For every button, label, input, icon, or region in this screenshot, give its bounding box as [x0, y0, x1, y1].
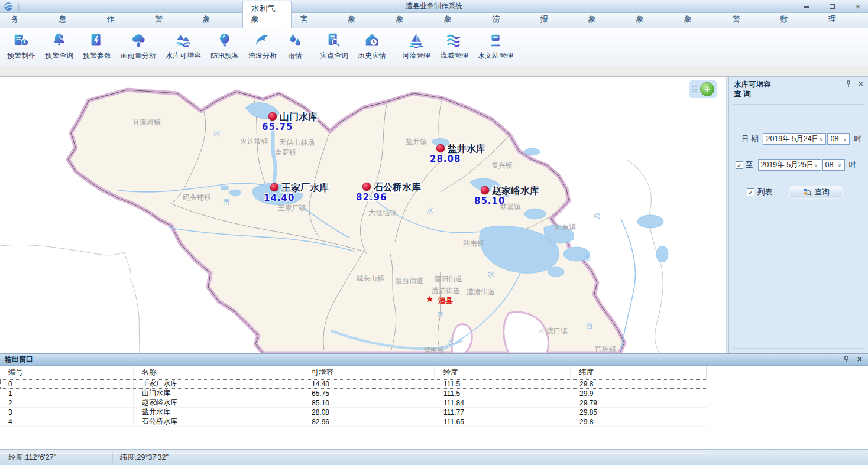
- tool-label: 历史灾情: [358, 51, 386, 61]
- minimize-button[interactable]: [799, 1, 812, 12]
- close-button[interactable]: ×: [851, 1, 864, 12]
- query-button[interactable]: 查询: [789, 186, 843, 199]
- to-checkbox[interactable]: ✓: [736, 161, 743, 169]
- tool-label: 防汛预案: [210, 51, 239, 61]
- map-canvas[interactable]: 甘溪滩镇火连坡镇天供山林场金罗镇盐井镇复兴镇码头铺镇王家厂镇大堰垱镇梦溪镇如东镇…: [0, 77, 726, 353]
- town-label-澧浦街道: 澧浦街道: [432, 287, 460, 295]
- chevron-down-icon: ∨: [835, 162, 844, 168]
- river-label: 水: [437, 310, 444, 318]
- cell: 赵家峪水库: [134, 398, 303, 407]
- tool-灾点查询[interactable]: 灾点查询: [315, 28, 353, 66]
- list-label: 列表: [757, 187, 772, 197]
- status-longitude: 经度:112°6'27": [8, 453, 112, 463]
- chevron-down-icon: ∨: [812, 162, 821, 168]
- cell: 3: [0, 408, 134, 417]
- zoom-in-button[interactable]: +: [700, 82, 714, 96]
- tool-雨情[interactable]: 雨情: [281, 28, 309, 66]
- tool-label: 雨情: [288, 51, 302, 61]
- to-hour-select[interactable]: 08∨: [822, 159, 845, 171]
- town-label-如东镇: 如东镇: [555, 223, 576, 231]
- cell: 82.96: [303, 417, 435, 426]
- tool-预警查询[interactable]: 预警查询: [40, 28, 78, 66]
- sailboat-icon: [407, 31, 425, 49]
- doc-edit-icon: [12, 31, 30, 49]
- river-label: 西: [586, 321, 593, 330]
- chevron-down-icon: ∨: [817, 136, 825, 142]
- cell: 28.08: [303, 408, 435, 417]
- main-area: 甘溪滩镇火连坡镇天供山林场金罗镇盐井镇复兴镇码头铺镇王家厂镇大堰垱镇梦溪镇如东镇…: [0, 77, 868, 353]
- tool-label: 流域管理: [440, 51, 468, 61]
- output-close-icon[interactable]: ×: [857, 356, 862, 363]
- town-label-澧澹街道: 澧澹街道: [467, 288, 495, 296]
- tool-label: 面雨量分析: [121, 51, 156, 61]
- tool-label: 水库可增容: [166, 51, 201, 61]
- cell: 14.40: [303, 379, 435, 388]
- tool-水库可增容[interactable]: 水库可增容: [161, 28, 206, 66]
- column-header-纬度[interactable]: 纬度: [571, 366, 707, 379]
- town-label-小渡口镇: 小渡口镇: [539, 327, 568, 335]
- reservoir-value-盐井水库: 28.08: [430, 154, 461, 164]
- drops-icon: [286, 31, 304, 49]
- to-date-select[interactable]: 2019年 5月25日∨: [758, 159, 821, 171]
- doc-search-icon: [325, 31, 343, 49]
- reservoir-marker-石公桥水库[interactable]: [362, 183, 371, 191]
- town-label-澧西街道: 澧西街道: [395, 277, 423, 285]
- town-label-官垸镇: 官垸镇: [595, 345, 616, 353]
- menu-item-6[interactable]: 水利气象: [242, 1, 292, 28]
- list-checkbox[interactable]: ✓: [747, 188, 754, 196]
- tool-淹没分析[interactable]: 淹没分析: [244, 28, 281, 66]
- column-header-名称[interactable]: 名称: [134, 366, 303, 379]
- column-header-经度[interactable]: 经度: [435, 366, 571, 379]
- reservoir-marker-赵家峪水库[interactable]: [481, 186, 489, 194]
- table-row-3[interactable]: 3盐井水库28.08111.7729.85: [0, 408, 707, 417]
- map-container: 甘溪滩镇火连坡镇天供山林场金罗镇盐井镇复兴镇码头铺镇王家厂镇大堰垱镇梦溪镇如东镇…: [0, 77, 726, 353]
- from-hour-select[interactable]: 08∨: [827, 133, 850, 145]
- tool-历史灾情[interactable]: 历史灾情: [353, 28, 391, 66]
- table-row-0[interactable]: 0王家厂水库14.40111.529.8: [0, 379, 707, 389]
- output-title: 输出窗口: [5, 355, 33, 365]
- maximize-button[interactable]: [825, 1, 838, 12]
- cell: 山门水库: [134, 389, 303, 398]
- panel-close-icon[interactable]: ×: [859, 80, 863, 87]
- reservoir-marker-王家厂水库[interactable]: [270, 183, 278, 191]
- pin-icon[interactable]: [843, 356, 849, 363]
- from-date-select[interactable]: 2019年 5月24日∨: [763, 133, 826, 145]
- map-zoom-control: +: [689, 80, 717, 98]
- table-row-1[interactable]: 1山门水库65.75111.529.9: [0, 389, 707, 398]
- tool-防汛预案[interactable]: 防汛预案: [206, 28, 244, 66]
- reservoir-name-王家厂水库: 王家厂水库: [281, 182, 329, 193]
- tool-预警制作[interactable]: 预警制作: [2, 28, 40, 66]
- pin-icon[interactable]: [846, 80, 851, 87]
- toolbar-group-separator: [394, 31, 394, 63]
- cell: 111.5: [435, 379, 571, 388]
- reservoir-query-panel: 水库可增容 查 询 × 日 期 2019年 5月24日∨ 08∨ 时 ✓: [729, 77, 868, 353]
- reservoir-marker-盐井水库[interactable]: [436, 144, 445, 152]
- table-row-2[interactable]: 2赵家峪水库85.10111.8429.79: [0, 398, 707, 408]
- tool-label: 河流管理: [402, 51, 430, 61]
- station-icon: [487, 31, 504, 49]
- town-label-天供山林场: 天供山林场: [279, 138, 315, 147]
- table-header-row: 编号名称可增容经度纬度: [0, 366, 707, 379]
- cell: 29.8: [571, 417, 707, 426]
- river-label: 松: [594, 212, 601, 220]
- chevron-down-icon: ∨: [840, 136, 849, 142]
- town-label-涔南镇: 涔南镇: [462, 239, 484, 248]
- reservoir-value-石公桥水库: 82.96: [356, 192, 387, 203]
- tool-面雨量分析[interactable]: 面雨量分析: [116, 28, 161, 66]
- drag-grip-icon: [692, 86, 698, 92]
- tool-预警参数[interactable]: 预警参数: [78, 28, 116, 66]
- tool-水文站管理[interactable]: 水文站管理: [473, 28, 518, 66]
- reservoir-marker-山门水库[interactable]: [268, 112, 277, 121]
- town-label-大堰垱镇: 大堰垱镇: [368, 209, 397, 217]
- reservoir-value-山门水库: 65.75: [262, 122, 293, 132]
- tool-河流管理[interactable]: 河流管理: [397, 28, 435, 66]
- cell: 王家厂水库: [134, 379, 303, 388]
- tool-流域管理[interactable]: 流域管理: [435, 28, 473, 66]
- table-row-4[interactable]: 4石公桥水库82.96111.6529.8: [0, 417, 707, 427]
- bell-search-icon: [50, 31, 68, 49]
- column-header-编号[interactable]: 编号: [0, 366, 134, 379]
- cell: 2: [0, 398, 134, 407]
- cell: 29.8: [571, 379, 707, 388]
- reservoir-name-山门水库: 山门水库: [280, 111, 318, 122]
- column-header-可增容[interactable]: 可增容: [303, 366, 435, 379]
